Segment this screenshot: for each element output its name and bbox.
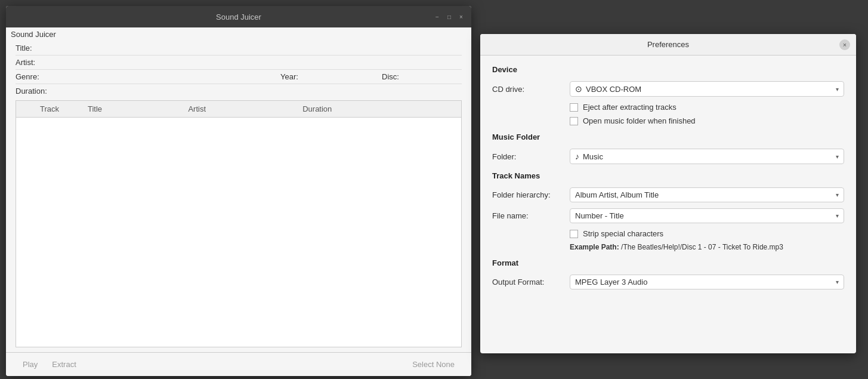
year-group: Year:	[280, 72, 372, 81]
cd-drive-arrow-icon: ▾	[836, 86, 839, 93]
minimize-button[interactable]: −	[433, 13, 441, 21]
example-path-value: /The Beatles/Help!/Disc 1 - 07 - Ticket …	[621, 243, 783, 251]
main-window: Sound Juicer − □ × Sound Juicer Title: A…	[6, 6, 471, 376]
preferences-window: Preferences × Device CD drive: ⊙ VBOX CD…	[480, 34, 856, 353]
close-button[interactable]: ×	[457, 13, 465, 21]
main-titlebar-title: Sound Juicer	[216, 13, 261, 21]
artist-input[interactable]	[57, 58, 462, 67]
example-path-prefix: Example Path:	[570, 243, 619, 251]
filename-label: File name:	[492, 211, 570, 220]
music-note-icon: ♪	[575, 152, 579, 161]
folder-arrow-icon: ▾	[836, 153, 839, 160]
disc-group: Disc:	[382, 72, 462, 81]
play-button[interactable]: Play	[16, 358, 45, 371]
folder-label: Folder:	[492, 152, 570, 161]
titlebar-controls: − □ ×	[433, 13, 465, 21]
extract-button[interactable]: Extract	[45, 358, 83, 371]
output-format-arrow-icon: ▾	[836, 279, 839, 285]
hierarchy-label: Folder hierarchy:	[492, 190, 570, 199]
genre-year-disc-row: Genre: Year: Disc:	[16, 72, 462, 84]
filename-row: File name: Number - Title ▾	[492, 208, 844, 223]
folder-row: Folder: ♪ Music ▾	[492, 149, 844, 164]
year-input[interactable]	[325, 72, 372, 81]
open-music-checkbox-row: Open music folder when finished	[570, 116, 844, 125]
artist-row: Artist:	[16, 58, 462, 70]
cd-drive-value: ⊙ VBOX CD-ROM	[575, 84, 641, 94]
device-section-title: Device	[492, 65, 844, 74]
genre-input[interactable]	[60, 72, 271, 81]
filename-arrow-icon: ▾	[836, 212, 839, 219]
strip-checkbox[interactable]	[570, 230, 578, 238]
select-none-button[interactable]: Select None	[405, 358, 462, 371]
pref-content: Device CD drive: ⊙ VBOX CD-ROM ▾ Eject a…	[480, 56, 856, 353]
filename-dropdown[interactable]: Number - Title ▾	[570, 208, 844, 223]
genre-group: Genre:	[16, 72, 271, 81]
folder-value: ♪ Music	[575, 152, 603, 161]
tracks-table: Track Title Artist Duration	[16, 101, 461, 118]
cd-drive-row: CD drive: ⊙ VBOX CD-ROM ▾	[492, 81, 844, 97]
year-label: Year:	[280, 72, 322, 81]
eject-checkbox[interactable]	[570, 103, 578, 112]
pref-close-button[interactable]: ×	[839, 39, 850, 50]
duration-row: Duration:	[16, 87, 462, 95]
tracks-table-container: Track Title Artist Duration	[16, 100, 462, 347]
col-duration: Duration	[298, 101, 461, 118]
example-path: Example Path: /The Beatles/Help!/Disc 1 …	[570, 243, 844, 251]
col-checkbox	[16, 101, 35, 118]
col-title: Title	[83, 101, 183, 118]
hierarchy-row: Folder hierarchy: Album Artist, Album Ti…	[492, 187, 844, 202]
strip-checkbox-row: Strip special characters	[570, 229, 844, 238]
output-format-dropdown[interactable]: MPEG Layer 3 Audio ▾	[570, 275, 844, 289]
title-row: Title:	[16, 44, 462, 56]
duration-label: Duration:	[16, 87, 57, 95]
filename-value: Number - Title	[575, 211, 624, 220]
eject-checkbox-row: Eject after extracting tracks	[570, 103, 844, 112]
format-section-title: Format	[492, 258, 844, 267]
main-titlebar: Sound Juicer − □ ×	[6, 6, 471, 27]
col-track: Track	[35, 101, 83, 118]
output-format-value: MPEG Layer 3 Audio	[575, 278, 647, 286]
pref-titlebar: Preferences ×	[480, 34, 856, 56]
disc-label: Disc:	[382, 72, 424, 81]
disc-input[interactable]	[426, 72, 462, 81]
table-header-row: Track Title Artist Duration	[16, 101, 461, 118]
app-title-label: Sound Juicer	[11, 30, 56, 39]
open-music-label: Open music folder when finished	[583, 116, 696, 125]
music-folder-section-title: Music Folder	[492, 133, 844, 141]
pref-titlebar-title: Preferences	[647, 40, 689, 49]
hierarchy-value: Album Artist, Album Title	[575, 190, 659, 199]
track-names-section-title: Track Names	[492, 171, 844, 180]
output-format-row: Output Format: MPEG Layer 3 Audio ▾	[492, 275, 844, 289]
hierarchy-arrow-icon: ▾	[836, 192, 839, 198]
open-music-checkbox[interactable]	[570, 117, 578, 125]
artist-label: Artist:	[16, 58, 57, 67]
strip-label: Strip special characters	[583, 229, 663, 238]
app-menubar: Sound Juicer	[6, 27, 471, 39]
bottom-bar: Play Extract Select None	[6, 352, 471, 376]
maximize-button[interactable]: □	[445, 13, 453, 21]
folder-dropdown[interactable]: ♪ Music ▾	[570, 149, 844, 164]
col-artist: Artist	[183, 101, 298, 118]
eject-label: Eject after extracting tracks	[583, 103, 677, 112]
genre-label: Genre:	[16, 72, 57, 81]
title-input[interactable]	[57, 44, 462, 53]
hierarchy-dropdown[interactable]: Album Artist, Album Title ▾	[570, 187, 844, 202]
output-format-label: Output Format:	[492, 278, 570, 286]
cd-drive-dropdown[interactable]: ⊙ VBOX CD-ROM ▾	[570, 81, 844, 97]
title-label: Title:	[16, 44, 57, 53]
main-content: Title: Artist: Genre: Year: Disc: Durati…	[6, 39, 471, 352]
cd-drive-label: CD drive:	[492, 85, 570, 94]
